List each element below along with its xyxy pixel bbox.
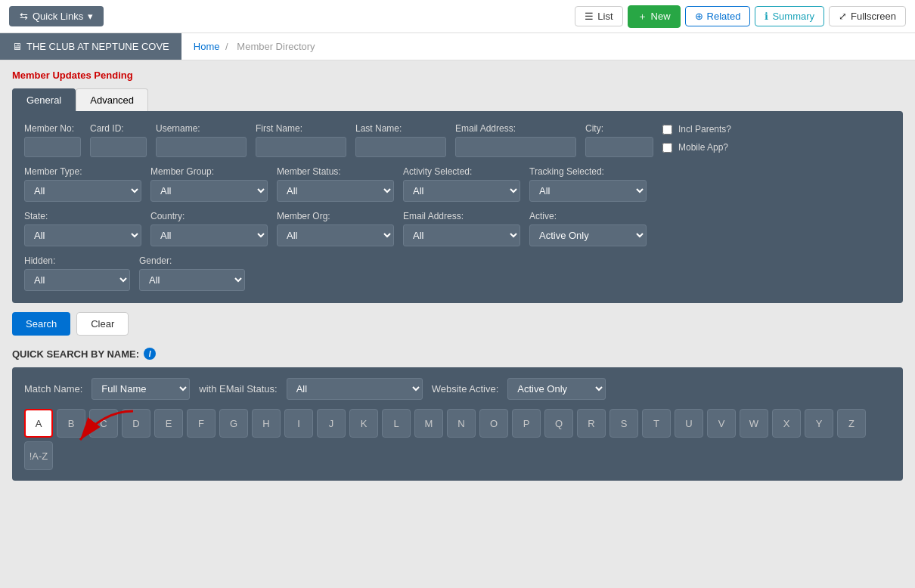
list-button[interactable]: ☰ List [575, 6, 622, 26]
search-row-2: Member Type: All Member Group: All Membe… [24, 166, 891, 202]
activity-selected-field: Activity Selected: All [403, 166, 520, 202]
active-field: Active: Active Only All [529, 211, 647, 246]
quick-search-header: QUICK SEARCH BY NAME: i [12, 348, 903, 360]
letter-btn-y[interactable]: Y [805, 409, 833, 438]
search-row-4: Hidden: All Gender: All [24, 255, 891, 291]
first-name-field: First Name: [256, 123, 346, 157]
state-select[interactable]: All [24, 224, 141, 246]
letter-btn-s[interactable]: S [609, 409, 638, 438]
letter-btn-t[interactable]: T [642, 409, 671, 438]
username-input[interactable] [156, 137, 247, 157]
tab-advanced[interactable]: Advanced [76, 88, 148, 111]
home-link[interactable]: Home [194, 41, 220, 52]
email-input[interactable] [455, 137, 576, 157]
mobile-app-group: Mobile App? [662, 142, 731, 156]
member-type-label: Member Type: [24, 166, 141, 177]
letter-btn-r[interactable]: R [577, 409, 606, 438]
activity-selected-label: Activity Selected: [403, 166, 520, 177]
city-input[interactable] [585, 137, 653, 157]
quick-links-button[interactable]: ⇆ Quick Links ▾ [9, 6, 104, 26]
letter-btn-l[interactable]: L [382, 409, 411, 438]
active-select[interactable]: Active Only All [529, 224, 647, 246]
letter-btn-w[interactable]: W [740, 409, 768, 438]
card-id-field: Card ID: [90, 123, 147, 157]
member-status-select[interactable]: All [277, 180, 394, 202]
letter-btn-n[interactable]: N [447, 409, 476, 438]
breadcrumb: Home / Member Directory [181, 33, 330, 60]
state-field: State: All [24, 211, 141, 246]
current-page: Member Directory [237, 41, 315, 52]
email-address2-field: Email Address: All [403, 211, 520, 246]
member-group-label: Member Group: [150, 166, 268, 177]
letter-btn-i[interactable]: I [284, 409, 313, 438]
search-button[interactable]: Search [12, 312, 70, 336]
mobile-app-checkbox[interactable] [662, 143, 672, 153]
email-status-select[interactable]: All [287, 378, 423, 400]
info-circle-icon: ℹ [765, 11, 768, 22]
member-org-field: Member Org: All [277, 211, 394, 246]
letter-buttons: ABCDEFGHIJKLMNOPQRSTUVWXYZ!A-Z [24, 409, 891, 470]
gender-select[interactable]: All [139, 269, 245, 291]
incl-parents-checkbox[interactable] [662, 125, 672, 135]
letter-btn-d[interactable]: D [122, 409, 150, 438]
activity-selected-select[interactable]: All [403, 180, 520, 202]
related-button[interactable]: ⊕ Related [685, 6, 751, 26]
letter-btn-o[interactable]: O [479, 409, 508, 438]
country-select[interactable]: All [150, 224, 268, 246]
hidden-select[interactable]: All [24, 269, 130, 291]
hidden-label: Hidden: [24, 255, 130, 266]
letter-btn-b[interactable]: B [57, 409, 85, 438]
member-org-select[interactable]: All [277, 224, 394, 246]
letter-btn-x[interactable]: X [772, 409, 801, 438]
clear-button[interactable]: Clear [76, 312, 129, 336]
quick-links-label: Quick Links [33, 11, 83, 22]
tracking-selected-select[interactable]: All [529, 180, 647, 202]
letter-btn-a[interactable]: A [24, 409, 53, 438]
member-group-select[interactable]: All [150, 180, 268, 202]
match-name-label: Match Name: [24, 383, 82, 395]
letter-btn-e[interactable]: E [154, 409, 183, 438]
letter-btn-v[interactable]: V [707, 409, 736, 438]
fullscreen-button[interactable]: ⤢ Fullscreen [829, 6, 906, 26]
letter-btn-f[interactable]: F [187, 409, 216, 438]
first-name-label: First Name: [256, 123, 346, 134]
member-no-input[interactable] [24, 137, 81, 157]
last-name-input[interactable] [355, 137, 446, 157]
letter-btn-!a-z[interactable]: !A-Z [24, 441, 53, 470]
breadcrumb-bar: 🖥 THE CLUB AT NEPTUNE COVE Home / Member… [0, 33, 915, 60]
card-id-input[interactable] [90, 137, 147, 157]
member-org-label: Member Org: [277, 211, 394, 221]
letter-btn-m[interactable]: M [414, 409, 443, 438]
email-address2-select[interactable]: All [403, 224, 520, 246]
first-name-input[interactable] [256, 137, 346, 157]
state-label: State: [24, 211, 141, 221]
member-type-field: Member Type: All [24, 166, 141, 202]
country-field: Country: All [150, 211, 268, 246]
member-group-field: Member Group: All [150, 166, 268, 202]
top-nav: ⇆ Quick Links ▾ ☰ List ＋ New ⊕ Related ℹ… [0, 0, 915, 33]
letter-btn-u[interactable]: U [675, 409, 703, 438]
new-button[interactable]: ＋ New [628, 5, 681, 28]
member-type-select[interactable]: All [24, 180, 141, 202]
letter-btn-q[interactable]: Q [544, 409, 573, 438]
letter-btn-p[interactable]: P [512, 409, 541, 438]
pending-notice: Member Updates Pending [12, 70, 903, 81]
letter-btn-z[interactable]: Z [837, 409, 866, 438]
letter-btn-c[interactable]: C [89, 409, 118, 438]
quick-search-panel-wrapper: Match Name: Full Name First Name Last Na… [12, 367, 903, 481]
tab-general[interactable]: General [12, 88, 76, 111]
gender-label: Gender: [139, 255, 245, 266]
email-address2-label: Email Address: [403, 211, 520, 221]
letter-btn-j[interactable]: J [317, 409, 346, 438]
hidden-field: Hidden: All [24, 255, 130, 291]
letter-btn-g[interactable]: G [219, 409, 248, 438]
letter-btn-k[interactable]: K [349, 409, 378, 438]
email-status-label: with EMail Status: [199, 383, 277, 395]
gender-field: Gender: All [139, 255, 245, 291]
action-buttons: Search Clear [12, 312, 903, 336]
website-active-select[interactable]: Active Only All [507, 378, 606, 400]
summary-button[interactable]: ℹ Summary [755, 6, 824, 26]
letter-btn-h[interactable]: H [252, 409, 281, 438]
match-name-select[interactable]: Full Name First Name Last Name [92, 378, 190, 400]
active-label: Active: [529, 211, 647, 221]
